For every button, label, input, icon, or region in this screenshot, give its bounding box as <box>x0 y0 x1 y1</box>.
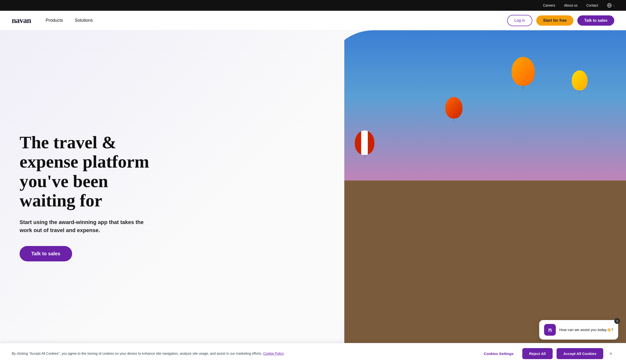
hero-right <box>344 30 626 364</box>
hero-scene <box>344 30 626 364</box>
hero-left: The travel & expense platform you've bee… <box>0 30 344 364</box>
cookies-settings-button[interactable]: Cookies Settings <box>479 349 518 359</box>
top-bar-links: Careers About us Contact › <box>543 3 614 8</box>
nav-actions: Log in Start for free Talk to sales <box>507 15 614 26</box>
cookie-close-button[interactable]: × <box>607 350 614 358</box>
locale-selector[interactable]: › <box>607 3 614 8</box>
cookie-banner: By clicking "Accept All Cookies", you ag… <box>0 343 626 364</box>
balloon-2-rope <box>454 119 454 121</box>
balloon-1-rope <box>365 155 365 158</box>
locale-arrow: › <box>613 4 614 7</box>
nav-solutions[interactable]: Solutions <box>75 18 93 23</box>
about-link[interactable]: About us <box>564 3 577 7</box>
balloon-1 <box>355 131 374 158</box>
top-bar: Careers About us Contact › <box>0 0 626 11</box>
hero-image <box>344 30 626 364</box>
chat-avatar: n <box>544 324 556 336</box>
balloon-3-body <box>511 57 535 86</box>
cookie-actions: Cookies Settings Reject All Accept All C… <box>479 348 614 359</box>
cookie-text: By clicking "Accept All Cookies", you ag… <box>12 351 471 356</box>
globe-icon <box>607 3 612 8</box>
logo[interactable]: navan <box>12 16 31 25</box>
cookie-policy-link[interactable]: Cookie Policy <box>263 352 284 356</box>
main-nav: navan Products Solutions Log in Start fo… <box>0 11 626 30</box>
nav-links: Products Solutions <box>46 18 507 23</box>
login-button[interactable]: Log in <box>507 15 533 26</box>
balloon-3 <box>511 57 535 90</box>
hero-title: The travel & expense platform you've bee… <box>20 133 166 210</box>
accept-all-cookies-button[interactable]: Accept All Cookies <box>556 348 603 359</box>
balloon-1-body <box>355 131 374 155</box>
balloon-4-rope <box>580 90 580 93</box>
careers-link[interactable]: Careers <box>543 3 555 7</box>
contact-link[interactable]: Contact <box>587 3 598 7</box>
chat-close-button[interactable]: × <box>614 318 620 324</box>
balloon-4 <box>572 70 587 93</box>
balloon-4-body <box>572 70 587 90</box>
cookie-description: By clicking "Accept All Cookies", you ag… <box>12 352 262 356</box>
hero-cta-button[interactable]: Talk to sales <box>20 246 72 261</box>
chat-message: How can we assist you today👋? <box>559 328 613 332</box>
nav-products[interactable]: Products <box>46 18 63 23</box>
balloon-2-body <box>445 97 462 119</box>
hero-subtitle: Start using the award-winning app that t… <box>20 218 156 234</box>
talk-to-sales-nav-button[interactable]: Talk to sales <box>577 15 614 26</box>
balloon-3-rope <box>523 86 523 90</box>
start-free-button[interactable]: Start for free <box>536 15 573 26</box>
balloon-2 <box>445 97 462 121</box>
chat-widget: × n How can we assist you today👋? <box>539 320 618 340</box>
reject-all-button[interactable]: Reject All <box>522 348 553 359</box>
hero-section: The travel & expense platform you've bee… <box>0 30 626 364</box>
logo-text: navan <box>12 16 31 25</box>
